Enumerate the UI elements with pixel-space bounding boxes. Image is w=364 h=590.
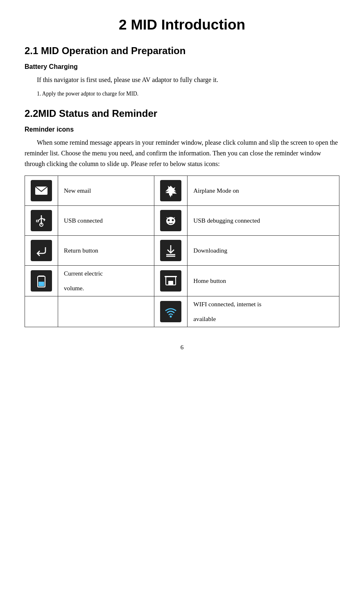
table-row: Return button Downloading: [25, 236, 339, 266]
section2-subsection: Reminder icons: [25, 126, 339, 133]
svg-marker-6: [44, 218, 45, 221]
download-icon: [160, 240, 181, 261]
usb-debug-icon: [160, 210, 181, 231]
home-svg: [163, 273, 178, 288]
battery-icon-cell: [25, 266, 58, 296]
section1-para2: 1. Apply the power adptor to charge for …: [25, 89, 339, 98]
airplane-icon-cell: [154, 176, 188, 206]
status-icons-table: New email Airplane Mode on: [25, 175, 339, 327]
usb-icon-cell: [25, 206, 58, 236]
section1-title: 2.1 MID Operation and Preparation: [25, 45, 339, 57]
home-icon: [160, 270, 181, 292]
usb-connected-label: USB connected: [58, 206, 154, 236]
home-button-label: Home button: [188, 266, 339, 296]
download-icon-cell: [154, 236, 188, 266]
section1-para1: If this navigator is first used, please …: [25, 75, 339, 85]
table-row: New email Airplane Mode on: [25, 176, 339, 206]
airplane-icon: [160, 180, 181, 201]
wifi-svg: [163, 304, 178, 319]
email-icon: [31, 180, 52, 201]
usb-debug-icon-cell: [154, 206, 188, 236]
table-row: Current electricvolume. Home button: [25, 266, 339, 296]
usb-svg: [34, 213, 49, 228]
svg-point-21: [170, 316, 172, 318]
usb-icon: [31, 210, 52, 231]
table-row: WIFI connected, internet isavailable: [25, 296, 339, 327]
svg-rect-19: [168, 281, 173, 285]
battery-svg: [34, 273, 49, 288]
new-email-icon-cell: [25, 176, 58, 206]
svg-rect-20: [165, 276, 177, 277]
svg-rect-17: [38, 282, 44, 286]
downloading-label: Downloading: [188, 236, 339, 266]
return-icon: [31, 240, 52, 261]
usb-debug-svg: [163, 213, 178, 228]
wifi-icon-cell: [154, 296, 188, 327]
svg-point-9: [172, 219, 174, 221]
page-title: 2 MID Introduction: [25, 16, 339, 33]
section1-subsection: Battery Charging: [25, 63, 339, 71]
new-email-label: New email: [58, 176, 154, 206]
home-icon-cell: [154, 266, 188, 296]
table-row: USB connected USB debugging connected: [25, 206, 339, 236]
svg-rect-4: [36, 220, 38, 222]
empty-icon-cell: [25, 296, 58, 327]
airplane-mode-label: Airplane Mode on: [188, 176, 339, 206]
section2-para1: When some remind message appears in your…: [25, 137, 339, 169]
email-svg: [34, 183, 49, 198]
page-number: 6: [25, 344, 339, 351]
battery-label: Current electricvolume.: [58, 266, 154, 296]
usb-debug-label: USB debugging connected: [188, 206, 339, 236]
download-svg: [163, 243, 178, 258]
airplane-svg: [163, 183, 178, 198]
return-svg: [34, 243, 49, 258]
return-icon-cell: [25, 236, 58, 266]
wifi-label: WIFI connected, internet isavailable: [188, 296, 339, 327]
empty-label: [58, 296, 154, 327]
return-button-label: Return button: [58, 236, 154, 266]
battery-icon: [31, 270, 52, 292]
section2-title: 2.2MID Status and Reminder: [25, 108, 339, 119]
wifi-icon: [160, 301, 181, 322]
svg-point-8: [168, 219, 170, 221]
